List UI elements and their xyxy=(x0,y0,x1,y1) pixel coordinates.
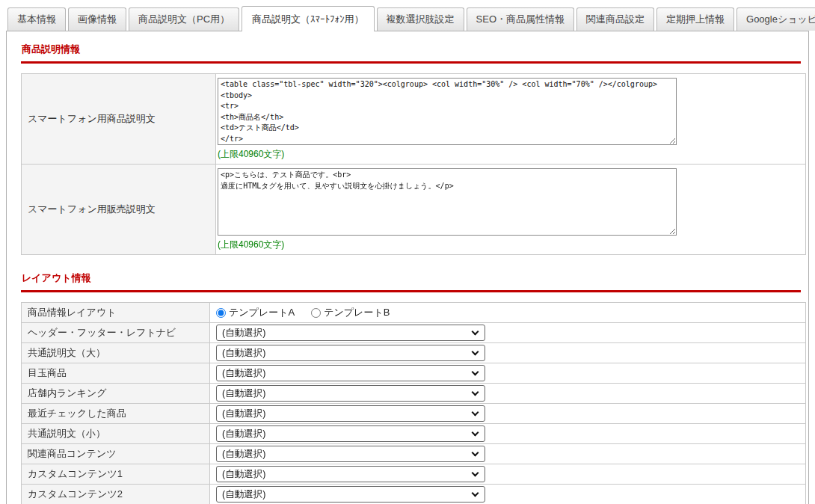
table-row: 商品情報レイアウト テンプレートA テンプレートB xyxy=(22,303,806,323)
related-product-content-select[interactable]: (自動選択) xyxy=(216,446,485,462)
related-product-content-label: 関連商品コンテンツ xyxy=(22,444,210,464)
char-limit-note: (上限40960文字) xyxy=(218,239,801,251)
table-row: 関連商品コンテンツ (自動選択) xyxy=(22,444,806,464)
recently-checked-label: 最近チェックした商品 xyxy=(22,404,210,424)
table-row: カスタムコンテンツ2 (自動選択) xyxy=(22,485,806,504)
description-table: スマートフォン用商品説明文 <table class="tbl-spec" wi… xyxy=(21,73,806,255)
featured-product-label: 目玉商品 xyxy=(22,363,210,384)
template-a-radio[interactable] xyxy=(216,308,226,318)
tab-bar: 基本情報 画像情報 商品説明文（PC用） 商品説明文（ｽﾏｰﾄﾌｫﾝ用） 複数選… xyxy=(6,6,809,31)
custom-content-2-label: カスタムコンテンツ2 xyxy=(22,485,210,504)
tab-subscription-info[interactable]: 定期押上情報 xyxy=(656,7,734,31)
table-row: 共通説明文（大） (自動選択) xyxy=(22,343,806,363)
template-a-label: テンプレートA xyxy=(229,306,295,319)
template-a-option[interactable]: テンプレートA xyxy=(216,306,295,319)
featured-product-select[interactable]: (自動選択) xyxy=(216,365,485,381)
tab-related-products[interactable]: 関連商品設定 xyxy=(576,7,654,31)
table-row: 店舗内ランキング (自動選択) xyxy=(22,384,806,404)
custom-content-2-select[interactable]: (自動選択) xyxy=(216,486,485,503)
table-row: 最近チェックした商品 (自動選択) xyxy=(22,404,806,424)
table-row: 目玉商品 (自動選択) xyxy=(22,363,806,384)
tab-basic-info[interactable]: 基本情報 xyxy=(7,7,66,31)
template-b-radio[interactable] xyxy=(311,308,321,318)
custom-content-1-select[interactable]: (自動選択) xyxy=(216,466,485,482)
product-edit-page: 基本情報 画像情報 商品説明文（PC用） 商品説明文（ｽﾏｰﾄﾌｫﾝ用） 複数選… xyxy=(6,6,809,504)
table-row: ヘッダー・フッター・レフトナビ (自動選択) xyxy=(22,323,806,343)
header-footer-leftnav-select[interactable]: (自動選択) xyxy=(216,325,485,341)
tab-image-info[interactable]: 画像情報 xyxy=(68,7,126,31)
layout-section-heading: レイアウト情報 xyxy=(22,271,793,285)
section-divider xyxy=(21,290,801,292)
tab-seo-attributes[interactable]: SEO・商品属性情報 xyxy=(467,7,574,31)
template-radio-group: テンプレートA テンプレートB xyxy=(216,306,799,319)
common-description-large-label: 共通説明文（大） xyxy=(22,343,210,363)
store-ranking-label: 店舗内ランキング xyxy=(22,384,210,404)
layout-table: 商品情報レイアウト テンプレートA テンプレートB ヘ xyxy=(21,302,806,504)
description-section-heading: 商品説明情報 xyxy=(22,43,793,56)
smartphone-description-textarea[interactable]: <table class="tbl-spec" width="320"><col… xyxy=(218,78,677,145)
tab-google-shopping[interactable]: Googleショッピング連携 xyxy=(736,7,815,31)
tab-content-panel: 商品説明情報 スマートフォン用商品説明文 <table class="tbl-s… xyxy=(6,31,809,504)
table-row: 共通説明文（小） (自動選択) xyxy=(22,424,806,444)
common-description-large-select[interactable]: (自動選択) xyxy=(216,345,485,361)
section-divider xyxy=(21,61,801,64)
smartphone-description-label: スマートフォン用商品説明文 xyxy=(22,74,216,165)
template-b-label: テンプレートB xyxy=(324,306,390,319)
smartphone-sales-description-textarea[interactable]: <p>こちらは、テスト商品です。<br> 適度にHTMLタグを用いて、見やすい説… xyxy=(218,168,677,236)
product-layout-label: 商品情報レイアウト xyxy=(22,303,210,323)
store-ranking-select[interactable]: (自動選択) xyxy=(216,385,485,402)
custom-content-1-label: カスタムコンテンツ1 xyxy=(22,464,210,485)
common-description-small-label: 共通説明文（小） xyxy=(22,424,210,444)
table-row: スマートフォン用販売説明文 <p>こちらは、テスト商品です。<br> 適度にHT… xyxy=(22,165,806,255)
smartphone-sales-description-label: スマートフォン用販売説明文 xyxy=(22,165,216,255)
table-row: スマートフォン用商品説明文 <table class="tbl-spec" wi… xyxy=(22,74,806,165)
tab-multiple-choice[interactable]: 複数選択肢設定 xyxy=(377,7,464,31)
tab-description-pc[interactable]: 商品説明文（PC用） xyxy=(129,7,239,31)
table-row: カスタムコンテンツ1 (自動選択) xyxy=(22,464,806,485)
tab-description-smartphone[interactable]: 商品説明文（ｽﾏｰﾄﾌｫﾝ用） xyxy=(242,6,375,31)
common-description-small-select[interactable]: (自動選択) xyxy=(216,425,485,442)
char-limit-note: (上限40960文字) xyxy=(218,148,801,161)
template-b-option[interactable]: テンプレートB xyxy=(311,306,390,319)
header-footer-leftnav-label: ヘッダー・フッター・レフトナビ xyxy=(22,323,210,343)
recently-checked-select[interactable]: (自動選択) xyxy=(216,405,485,422)
